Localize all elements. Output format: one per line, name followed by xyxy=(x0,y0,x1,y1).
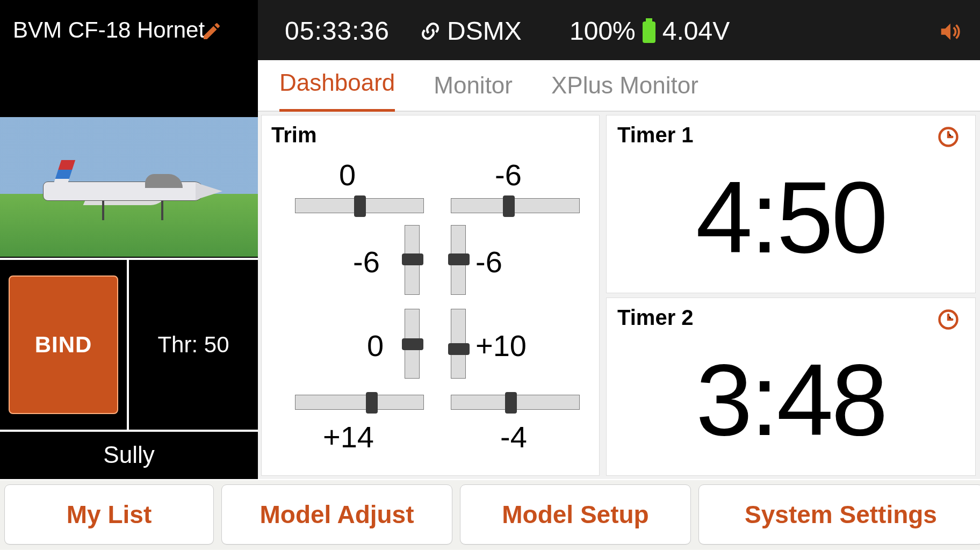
trim-bottom-left-slider[interactable] xyxy=(295,395,424,410)
edit-icon[interactable] xyxy=(201,20,222,42)
timer-2-title: Timer 2 xyxy=(617,306,694,330)
bind-cell: BIND xyxy=(0,258,129,430)
trim-bottom-right-slider[interactable] xyxy=(451,395,580,410)
trim-mid-right-value: -6 xyxy=(475,244,502,279)
battery-voltage: 4.04V xyxy=(662,16,730,46)
link-mode: DSMX xyxy=(447,16,522,46)
system-settings-button[interactable]: System Settings xyxy=(698,484,980,545)
trim-low-left-value: 0 xyxy=(367,328,384,363)
slider-knob[interactable] xyxy=(503,195,515,217)
timer-1-panel[interactable]: Timer 1 4:50 xyxy=(606,115,976,293)
bind-throttle-row: BIND Thr: 50 xyxy=(0,258,258,430)
model-image[interactable] xyxy=(0,117,258,257)
volume-icon[interactable] xyxy=(937,19,962,44)
model-adjust-button[interactable]: Model Adjust xyxy=(221,484,452,545)
svg-rect-0 xyxy=(646,18,652,21)
trim-bottom-right-value: -4 xyxy=(500,419,527,454)
throttle-readout: Thr: 50 xyxy=(129,258,258,430)
trim-low-right-slider[interactable] xyxy=(451,309,466,379)
trim-title: Trim xyxy=(271,123,316,147)
pilot-name[interactable]: Sully xyxy=(0,430,258,478)
trim-low-right-value: +10 xyxy=(475,328,527,363)
trim-top-right-value: -6 xyxy=(495,157,522,192)
model-name-block[interactable]: BVM CF-18 Hornet xyxy=(0,0,258,60)
trim-bottom-left-value: +14 xyxy=(323,419,374,454)
slider-knob[interactable] xyxy=(448,343,470,355)
jet-illustration xyxy=(43,160,215,219)
svg-rect-1 xyxy=(643,21,655,43)
slider-knob[interactable] xyxy=(448,253,470,265)
battery-status: 100% 4.04V xyxy=(570,16,730,46)
tab-monitor[interactable]: Monitor xyxy=(434,61,513,110)
status-bar: BVM CF-18 Hornet 05:33:36 DSMX 100% 4.04… xyxy=(0,0,980,60)
trim-mid-left-value: -6 xyxy=(353,244,380,279)
battery-percent: 100% xyxy=(570,16,636,46)
tab-bar: Dashboard Monitor XPlus Monitor xyxy=(258,60,980,112)
my-list-button[interactable]: My List xyxy=(4,484,214,545)
timer-1-title: Timer 1 xyxy=(617,123,694,147)
tab-dashboard[interactable]: Dashboard xyxy=(279,59,395,112)
trim-top-left-slider[interactable] xyxy=(295,198,424,213)
link-status: DSMX xyxy=(419,16,522,46)
trim-top-left-value: 0 xyxy=(339,157,356,192)
model-name: BVM CF-18 Hornet xyxy=(13,18,205,42)
trim-mid-left-slider[interactable] xyxy=(405,225,420,295)
clock: 05:33:36 xyxy=(285,16,390,46)
timer-1-value: 4:50 xyxy=(607,158,975,276)
model-setup-button[interactable]: Model Setup xyxy=(460,484,691,545)
trim-panel[interactable]: Trim 0 -6 -6 -6 0 +10 +14 -4 xyxy=(261,115,600,476)
slider-knob[interactable] xyxy=(505,392,517,414)
bottom-bar: My List Model Adjust Model Setup System … xyxy=(0,480,980,550)
tab-xplus-monitor[interactable]: XPlus Monitor xyxy=(551,61,698,110)
trim-low-left-slider[interactable] xyxy=(405,309,420,379)
link-icon xyxy=(419,20,442,42)
slider-knob[interactable] xyxy=(402,338,423,350)
timer-2-panel[interactable]: Timer 2 3:48 xyxy=(606,298,976,476)
trim-mid-right-slider[interactable] xyxy=(451,225,466,295)
timer-2-value: 3:48 xyxy=(607,341,975,458)
slider-knob[interactable] xyxy=(366,392,378,414)
battery-icon xyxy=(641,18,657,44)
slider-knob[interactable] xyxy=(354,195,366,217)
clock-icon[interactable] xyxy=(936,308,960,331)
trim-top-right-slider[interactable] xyxy=(451,198,580,213)
slider-knob[interactable] xyxy=(402,253,423,265)
bind-button[interactable]: BIND xyxy=(9,276,118,414)
clock-icon[interactable] xyxy=(936,125,960,149)
dashboard-main: Trim 0 -6 -6 -6 0 +10 +14 -4 Timer 1 4:5… xyxy=(258,112,980,479)
